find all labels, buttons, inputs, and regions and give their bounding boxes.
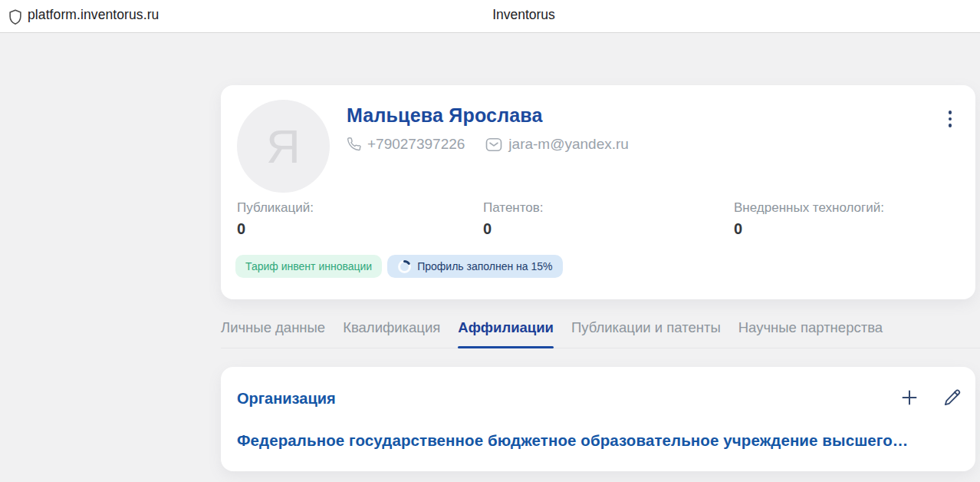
stat-label: Публикаций: (237, 200, 314, 216)
browser-page-title: Inventorus (492, 7, 555, 23)
kebab-dot (949, 111, 952, 114)
phone-number: +79027397226 (367, 136, 465, 153)
kebab-dot (949, 124, 952, 127)
tab-publications-patents[interactable]: Публикации и патенты (571, 308, 721, 348)
shield-icon (7, 8, 24, 26)
profile-completion-label: Профиль заполнен на 15% (417, 260, 552, 272)
envelope-icon (485, 137, 502, 152)
progress-ring-icon (397, 259, 412, 274)
avatar: Я (237, 100, 330, 193)
plus-icon (900, 388, 919, 407)
stat-patents: Патентов: 0 (483, 200, 544, 238)
stat-label: Внедренных технологий: (734, 200, 884, 216)
badges-row: Тариф инвент инновации Профиль заполнен … (235, 255, 563, 278)
profile-card: Я Мальцева Ярослава +79027397226 (221, 85, 975, 299)
organization-card-title: Организация (237, 390, 336, 408)
tab-qualification[interactable]: Квалификация (343, 308, 440, 348)
phone-row: +79027397226 (347, 136, 465, 153)
tab-scientific-partnerships[interactable]: Научные партнерства (738, 308, 883, 348)
contact-row: +79027397226 jara-m@yandex.ru (347, 136, 629, 153)
tab-personal-data[interactable]: Личные данные (221, 308, 325, 348)
address-bar-url[interactable]: platform.inventorus.ru (28, 7, 159, 23)
profile-name: Мальцева Ярослава (347, 104, 543, 127)
avatar-letter: Я (266, 119, 301, 173)
phone-icon (347, 137, 361, 152)
add-organization-button[interactable] (900, 388, 919, 407)
pencil-icon (943, 388, 962, 407)
email-address: jara-m@yandex.ru (508, 136, 629, 153)
stat-label: Патентов: (483, 200, 544, 216)
browser-topbar: platform.inventorus.ru Inventorus (0, 0, 980, 33)
stat-publications: Публикаций: 0 (237, 200, 314, 238)
stat-implemented-technologies: Внедренных технологий: 0 (734, 200, 884, 238)
stat-value: 0 (237, 220, 314, 238)
tariff-badge: Тариф инвент инновации (235, 255, 382, 278)
email-row: jara-m@yandex.ru (485, 136, 629, 153)
profile-completion-badge: Профиль заполнен на 15% (387, 255, 562, 278)
organization-name-link[interactable]: Федеральное государственное бюджетное об… (237, 431, 962, 450)
organization-card: Организация Федеральное государственное … (221, 367, 975, 471)
tab-affiliations[interactable]: Аффилиации (458, 308, 554, 348)
edit-organization-button[interactable] (943, 388, 962, 407)
kebab-menu-button[interactable] (943, 107, 957, 130)
profile-tabs: Личные данные Квалификация Аффилиации Пу… (221, 308, 980, 348)
stat-value: 0 (734, 220, 884, 238)
kebab-dot (949, 117, 952, 121)
stat-value: 0 (483, 220, 544, 238)
